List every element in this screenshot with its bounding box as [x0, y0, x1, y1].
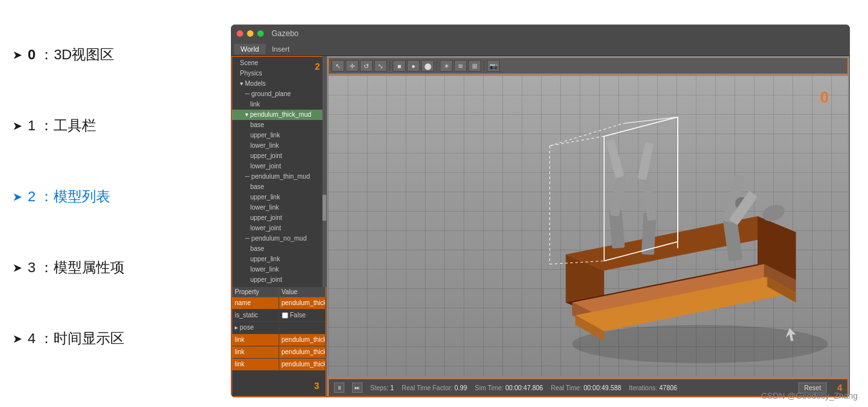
- tree-item-pendulum-thin[interactable]: ─ pendulum_thin_mud: [232, 172, 326, 182]
- prop-pose-value: [279, 322, 326, 333]
- tree-item-pendulum-thick[interactable]: ▾ pendulum_thick_mud: [232, 110, 326, 120]
- toolbar-btn-cylinder[interactable]: ⬤: [421, 60, 434, 72]
- step-button[interactable]: ⏭: [352, 382, 362, 393]
- prop-row-static[interactable]: is_static False: [232, 310, 326, 322]
- arrow-icon-1: ➤: [13, 120, 21, 132]
- realtime-value: 00:00:49.588: [584, 384, 621, 392]
- scene-svg: [328, 75, 848, 376]
- rtf-value: 0.99: [455, 384, 467, 392]
- realtime-label: Real Time:: [551, 384, 582, 392]
- toolbar-btn-sphere[interactable]: ●: [407, 60, 420, 72]
- arrow-icon-4: ➤: [13, 333, 21, 345]
- tree-item-pendulum-no[interactable]: ─ pendulum_no_mud: [232, 233, 326, 244]
- rtf-label: Real Time Factor:: [402, 384, 453, 392]
- traffic-light-yellow[interactable]: [247, 30, 253, 37]
- tree-item-models[interactable]: ▾ Models: [232, 79, 326, 89]
- toolbar-btn-box[interactable]: ■: [393, 60, 406, 72]
- bbox-back-top: [550, 136, 604, 146]
- main-area: 2 Scene Physics ▾ Models ─ ground_plane …: [232, 56, 849, 397]
- tree-item-upper-joint-3[interactable]: upper_joint: [232, 275, 326, 285]
- props-col-property: Property: [232, 287, 279, 297]
- annotation-4: ➤ 4 ：时间显示区: [13, 329, 206, 348]
- tree-item-link-ground[interactable]: link: [232, 99, 326, 110]
- tree-item-upper-joint-2[interactable]: upper_joint: [232, 213, 326, 223]
- tree-item-lower-joint-2[interactable]: lower_joint: [232, 223, 326, 233]
- arrow-icon-3: ➤: [13, 262, 21, 274]
- toolbar-btn-select[interactable]: ↖: [331, 60, 344, 72]
- robot1-upper: [610, 171, 627, 217]
- iterations-item: Iterations: 47806: [629, 384, 677, 392]
- tree-item-upper-link-2[interactable]: upper_link: [232, 192, 326, 203]
- toolbar-divider-1: [390, 61, 390, 71]
- prop-link3-label: link: [232, 359, 279, 370]
- prop-row-link3[interactable]: link pendulum_thick...: [232, 359, 326, 371]
- static-checkbox[interactable]: [282, 312, 288, 319]
- traffic-light-red[interactable]: [237, 30, 243, 37]
- tree-item-upper-link-1[interactable]: upper_link: [232, 130, 326, 141]
- arrow-icon-2: ➤: [13, 191, 21, 203]
- viewport[interactable]: ↖ ✛ ↺ ⤡ ■ ● ⬤ ☀ ≋ ⊞ 📷: [327, 56, 849, 397]
- attribution: CSDN @Geodesy_Zhang: [761, 391, 858, 401]
- prop-row-pose[interactable]: ▸ pose: [232, 322, 326, 334]
- tree-panel[interactable]: 2 Scene Physics ▾ Models ─ ground_plane …: [232, 56, 326, 287]
- prop-link1-value: pendulum_thick...: [279, 334, 326, 346]
- sidebar: 2 Scene Physics ▾ Models ─ ground_plane …: [232, 56, 327, 397]
- toolbar: ↖ ✛ ↺ ⤡ ■ ● ⬤ ☀ ≋ ⊞ 📷: [328, 57, 848, 74]
- annotation-1: ➤ 1 ：工具栏: [13, 116, 206, 135]
- toolbar-btn-scale[interactable]: ⤡: [374, 60, 387, 72]
- toolbar-btn-rotate[interactable]: ↺: [360, 60, 373, 72]
- left-annotation-panel: ➤ 0 ：3D视图区 ➤ 1 ：工具栏 ➤ 2 ：模型列表 ➤ 3 ：模型属性项…: [0, 0, 219, 387]
- prop-row-link1[interactable]: link pendulum_thick...: [232, 334, 326, 346]
- tree-item-ground-plane[interactable]: ─ ground_plane: [232, 89, 326, 99]
- tree-item-physics[interactable]: Physics: [232, 68, 326, 79]
- annotation-text-0: 0 ：3D视图区: [28, 45, 115, 65]
- toolbar-btn-grid[interactable]: ⊞: [468, 60, 481, 72]
- tree-item-lower-joint-1[interactable]: lower_joint: [232, 161, 326, 172]
- toolbar-btn-move[interactable]: ✛: [346, 60, 359, 72]
- tree-item-lower-link-3[interactable]: lower_link: [232, 264, 326, 275]
- sidebar-scrollbar-thumb[interactable]: [322, 195, 326, 221]
- tree-item-base-1[interactable]: base: [232, 120, 326, 130]
- robot2-upper: [641, 174, 656, 221]
- scene-3d[interactable]: 0: [328, 75, 848, 376]
- annotation-2: ➤ 2 ：模型列表: [13, 187, 206, 206]
- menu-bar: World Insert: [232, 42, 849, 56]
- menu-tab-world[interactable]: World: [234, 44, 266, 54]
- tree-item-base-2[interactable]: base: [232, 182, 326, 192]
- tree-item-base-3[interactable]: base: [232, 244, 326, 254]
- properties-panel: Property Value name pendulum_thick... is…: [232, 287, 326, 397]
- pause-button[interactable]: ⏸: [334, 382, 344, 393]
- prop-pose-label: ▸ pose: [232, 322, 279, 333]
- sidebar-scrollbar[interactable]: [322, 56, 326, 287]
- tree-item-lower-link-1[interactable]: lower_link: [232, 141, 326, 151]
- toolbar-btn-camera[interactable]: 📷: [487, 60, 500, 72]
- rtf-item: Real Time Factor: 0.99: [402, 384, 467, 392]
- steps-value: 1: [390, 384, 394, 392]
- prop-name-value: pendulum_thick...: [279, 297, 326, 309]
- tree-item-upper-link-3[interactable]: upper_link: [232, 254, 326, 264]
- tree-item-upper-joint-1[interactable]: upper_joint: [232, 151, 326, 161]
- prop-row-link2[interactable]: link pendulum_thick...: [232, 346, 326, 359]
- simtime-item: Sim Time: 00:00:47.806: [475, 384, 543, 392]
- annotation-text-1: 1 ：工具栏: [28, 116, 96, 135]
- title-bar: Gazebo: [232, 25, 849, 42]
- menu-tab-insert[interactable]: Insert: [266, 44, 297, 54]
- tree-item-lower-link-2[interactable]: lower_link: [232, 203, 326, 213]
- toolbar-divider-3: [484, 61, 484, 71]
- tree-item-scene[interactable]: Scene: [232, 58, 326, 68]
- annotation-text-4: 4 ：时间显示区: [28, 329, 124, 348]
- props-label-number: 3: [314, 381, 319, 391]
- toolbar-divider-2: [437, 61, 437, 71]
- toolbar-btn-light[interactable]: ☀: [440, 60, 453, 72]
- prop-row-name[interactable]: name pendulum_thick...: [232, 297, 326, 310]
- props-header: Property Value: [232, 287, 326, 297]
- toolbar-btn-wire[interactable]: ≋: [454, 60, 467, 72]
- simtime-value: 00:00:47.806: [506, 384, 543, 392]
- robot2-lower: [637, 142, 654, 180]
- prop-static-label: is_static: [232, 310, 279, 321]
- simtime-label: Sim Time:: [475, 384, 503, 392]
- bbox-top-front: [604, 117, 678, 136]
- traffic-light-green[interactable]: [257, 30, 264, 37]
- props-col-value: Value: [279, 287, 326, 297]
- prop-link1-label: link: [232, 334, 279, 346]
